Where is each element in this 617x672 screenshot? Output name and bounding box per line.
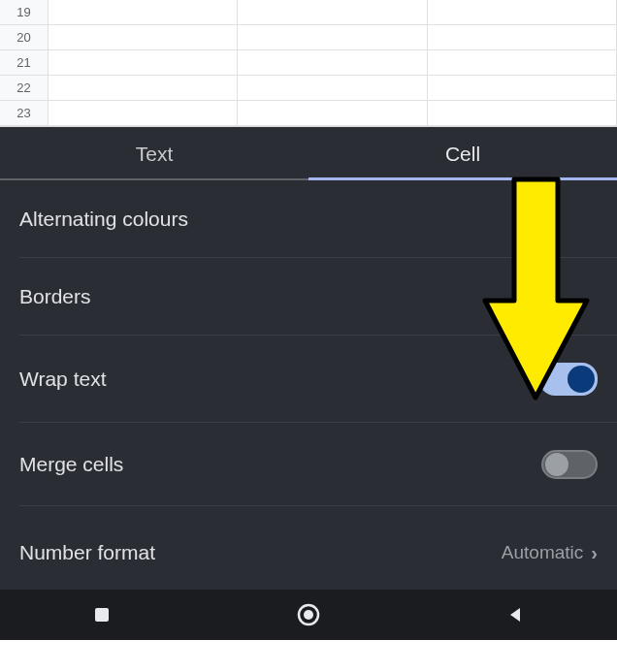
cell[interactable]: [428, 0, 617, 24]
option-merge-cells: Merge cells: [0, 423, 617, 506]
cell[interactable]: [49, 76, 238, 100]
option-value: Automatic ›: [502, 542, 598, 564]
option-borders[interactable]: Borders: [0, 258, 617, 336]
option-label: Wrap text: [19, 368, 106, 391]
cell[interactable]: [428, 50, 617, 75]
svg-rect-0: [95, 608, 109, 622]
spreadsheet-grid[interactable]: 19 20 21 22 23: [0, 0, 617, 127]
tab-cell[interactable]: Cell: [308, 127, 617, 180]
cell[interactable]: [238, 25, 427, 49]
cell[interactable]: [238, 0, 427, 24]
nav-recent-button[interactable]: [92, 605, 112, 624]
row-header[interactable]: 20: [0, 25, 49, 49]
row-header[interactable]: 22: [0, 76, 49, 100]
row-header[interactable]: 19: [0, 0, 49, 24]
toggle-knob: [545, 453, 568, 476]
cell[interactable]: [49, 25, 238, 49]
cell[interactable]: [428, 76, 617, 100]
option-label: Borders: [19, 285, 91, 308]
option-alternating-colours[interactable]: Alternating colours: [0, 180, 617, 258]
merge-cells-toggle[interactable]: [541, 450, 598, 479]
row-header[interactable]: 23: [0, 101, 49, 125]
table-row[interactable]: 22: [0, 76, 617, 101]
wrap-text-toggle[interactable]: [539, 363, 598, 396]
cell[interactable]: [428, 25, 617, 49]
option-label: Alternating colours: [19, 208, 188, 231]
toggle-knob: [568, 366, 595, 393]
chevron-right-icon: ›: [591, 542, 598, 564]
tab-text[interactable]: Text: [0, 127, 308, 180]
panel-tabs: Text Cell: [0, 127, 617, 180]
table-row[interactable]: 19: [0, 0, 617, 25]
cell[interactable]: [428, 101, 617, 125]
nav-home-button[interactable]: [296, 602, 321, 627]
svg-point-2: [304, 610, 313, 620]
system-nav-bar: [0, 590, 617, 640]
table-row[interactable]: 21: [0, 50, 617, 76]
nav-back-button[interactable]: [505, 605, 525, 624]
table-row[interactable]: 23: [0, 101, 617, 126]
table-row[interactable]: 20: [0, 25, 617, 50]
cell[interactable]: [238, 76, 427, 100]
option-wrap-text: Wrap text: [0, 336, 617, 423]
cell[interactable]: [49, 50, 238, 75]
option-label: Number format: [19, 541, 155, 564]
row-header[interactable]: 21: [0, 50, 49, 75]
format-panel: Text Cell Alternating colours Borders Wr…: [0, 127, 617, 590]
cell[interactable]: [49, 0, 238, 24]
cell[interactable]: [238, 101, 427, 125]
option-number-format[interactable]: Number format Automatic ›: [0, 506, 617, 584]
cell[interactable]: [49, 101, 238, 125]
number-format-value: Automatic: [502, 542, 583, 563]
option-label: Merge cells: [19, 453, 123, 476]
cell[interactable]: [238, 50, 427, 75]
